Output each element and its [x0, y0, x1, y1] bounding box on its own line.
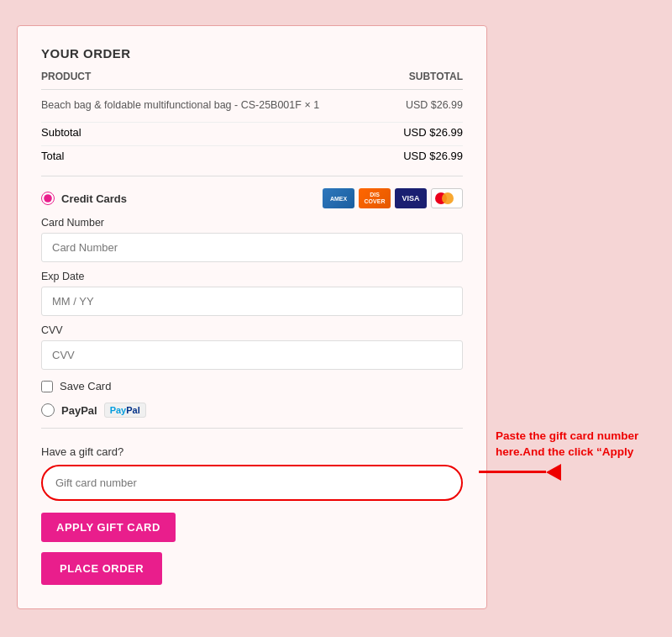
cvv-input[interactable]: [41, 340, 463, 370]
visa-icon: VISA: [395, 188, 427, 208]
subtotal-label: Subtotal: [41, 126, 81, 139]
paypal-label: PayPal: [61, 404, 97, 417]
annotation: Paste the gift card number here.And the …: [479, 429, 664, 481]
section-divider: [41, 176, 463, 176]
exp-date-input[interactable]: [41, 287, 463, 316]
subtotal-col-header: SUBTOTAL: [409, 71, 463, 82]
total-row: Total USD $26.99: [41, 145, 463, 166]
paypal-radio[interactable]: [41, 403, 55, 417]
order-table: PRODUCT SUBTOTAL Beach bag & foldable mu…: [41, 71, 463, 113]
table-row: Beach bag & foldable multifunctional bag…: [41, 97, 463, 113]
paypal-row: PayPal PayPal: [41, 403, 463, 418]
exp-date-label: Exp Date: [41, 271, 463, 282]
gift-card-section: Have a gift card? APPLY GIFT CARD PLACE …: [41, 445, 463, 585]
gift-card-label: Have a gift card?: [41, 445, 463, 458]
mc-right-circle: [442, 192, 454, 204]
product-col-header: PRODUCT: [41, 71, 91, 82]
card-number-input[interactable]: [41, 233, 463, 262]
cvv-label: CVV: [41, 324, 463, 336]
total-value: USD $26.99: [403, 150, 463, 162]
payment-section: Credit Cards AMEX DISCOVER VISA: [41, 188, 463, 418]
credit-cards-radio[interactable]: [41, 192, 55, 205]
save-card-label: Save Card: [60, 380, 111, 392]
arrow-head: [546, 464, 561, 481]
discover-icon: DISCOVER: [359, 188, 391, 208]
place-order-button[interactable]: PLACE ORDER: [41, 552, 162, 585]
save-card-checkbox[interactable]: [41, 381, 53, 392]
credit-cards-label: Credit Cards: [61, 192, 127, 205]
annotation-arrow: [479, 464, 561, 481]
page-wrapper: YOUR ORDER PRODUCT SUBTOTAL Beach bag & …: [17, 17, 655, 609]
subtotal-row: Subtotal USD $26.99: [41, 122, 463, 142]
product-name: Beach bag & foldable multifunctional bag…: [41, 99, 397, 111]
card-number-label: Card Number: [41, 217, 463, 229]
save-card-row: Save Card: [41, 380, 463, 392]
arrow-line: [479, 471, 546, 473]
product-price: USD $26.99: [406, 99, 463, 111]
amex-icon: AMEX: [323, 188, 354, 208]
order-card: YOUR ORDER PRODUCT SUBTOTAL Beach bag & …: [17, 25, 487, 609]
apply-gift-card-button[interactable]: APPLY GIFT CARD: [41, 513, 176, 542]
gift-divider: [41, 428, 463, 429]
page-title: YOUR ORDER: [41, 46, 463, 61]
annotation-text: Paste the gift card number here.And the …: [496, 429, 664, 461]
total-label: Total: [41, 150, 64, 162]
gift-card-input[interactable]: [45, 469, 459, 497]
paypal-logo-icon: PayPal: [104, 403, 146, 418]
mastercard-icon: [431, 188, 463, 208]
order-table-header: PRODUCT SUBTOTAL: [41, 71, 463, 90]
credit-cards-row: Credit Cards AMEX DISCOVER VISA: [41, 188, 463, 208]
card-icons: AMEX DISCOVER VISA: [323, 188, 463, 208]
subtotal-value: USD $26.99: [403, 126, 463, 139]
gift-input-wrapper: [41, 465, 463, 501]
